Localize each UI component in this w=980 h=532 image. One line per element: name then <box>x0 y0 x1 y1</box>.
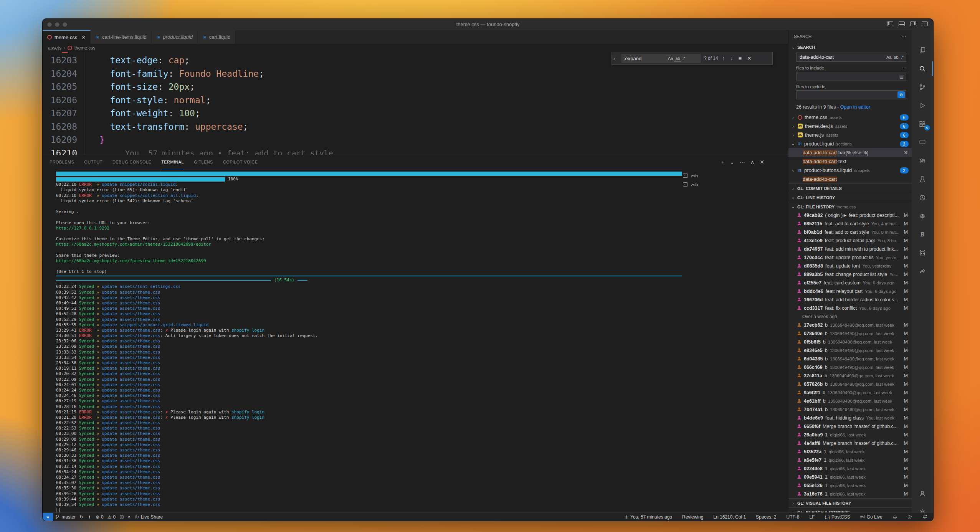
commit-row[interactable]: 413e1e9feat: product detail pageYou, 8 h… <box>788 236 912 245</box>
commit-row[interactable]: b4de6e9feat: hidding classYou, last week… <box>788 414 912 422</box>
commit-row[interactable]: d0835d8feat: update fontYou, yesterdayM <box>788 262 912 270</box>
bito-icon[interactable]: B <box>912 225 933 244</box>
tab-product-liquid[interactable]: ≋product.liquid <box>152 30 198 44</box>
toggle-secondary-sidebar-icon[interactable] <box>910 21 916 26</box>
commit-row[interactable]: e8346e5b1306949490@qq.com, last weekM <box>788 346 912 355</box>
close-tab-icon[interactable]: ✕ <box>81 35 86 40</box>
commit-row[interactable]: 0f5b6f5b1306949490@qq.com, last weekM <box>788 338 912 346</box>
files-to-include-input[interactable] <box>799 73 898 79</box>
terminal-profile-chevron-icon[interactable]: ⌄ <box>730 159 734 165</box>
panel-tab-terminal[interactable]: TERMINAL <box>161 155 184 169</box>
search-result-file-row[interactable]: ›JStheme.dev.jsassets6 <box>788 122 912 131</box>
copilot-status-item[interactable] <box>891 513 899 521</box>
toggle-replace-chevron-icon[interactable]: › <box>613 55 618 61</box>
whole-word-button[interactable]: ab <box>892 55 899 60</box>
branch-status-item[interactable]: master <box>53 513 78 521</box>
chevrons-status-item[interactable]: » <box>126 513 132 521</box>
remote-explorer-icon[interactable] <box>912 133 933 152</box>
terminal-tab-zsh[interactable]: ›zsh <box>680 180 783 189</box>
sidebar-more-actions-icon[interactable]: ⋯ <box>901 34 906 40</box>
broadcast-status-item[interactable]: Go Live <box>858 513 884 521</box>
toggle-panel-icon[interactable] <box>899 21 905 26</box>
search-match-row[interactable]: data-add-to-cart-bar{% else %}✕ <box>788 148 912 157</box>
brace-status-item[interactable]: {..}PostCSS <box>823 513 852 521</box>
status-status-item[interactable]: Ln 16210, Col 1 <box>711 513 748 521</box>
source-control-icon[interactable] <box>912 78 933 96</box>
remote-status-item[interactable]: » <box>43 513 53 521</box>
sync-status-item[interactable]: ↻ <box>78 513 85 521</box>
commit-row[interactable]: 889a3b5feat: change product list styleYo… <box>788 270 912 279</box>
panel-more-actions-icon[interactable]: ⋯ <box>740 159 745 165</box>
tab-cart-liquid[interactable]: ≋cart.liquid <box>198 30 236 44</box>
tab-cart-line-items-liquid[interactable]: ≋cart-line-items.liquid <box>91 30 152 44</box>
commit-row[interactable]: 078640eb1306949490@qq.com, last weekM <box>788 329 912 338</box>
find-next-button[interactable]: ↓ <box>729 55 734 61</box>
copilot-icon[interactable] <box>912 244 933 262</box>
search-icon[interactable] <box>912 59 933 78</box>
section-header-gl-visual-file-history[interactable]: ›GL: VISUAL FILE HISTORY <box>788 498 912 507</box>
find-input[interactable] <box>623 55 667 62</box>
search-result-file-row[interactable]: ⌄≋product-buttons.liquidsnippets2 <box>788 166 912 175</box>
panel-tab-debug-console[interactable]: DEBUG CONSOLE <box>112 155 151 169</box>
status-status-item[interactable]: LF <box>807 513 816 521</box>
run-debug-icon[interactable] <box>912 96 933 115</box>
dismiss-match-icon[interactable]: ✕ <box>904 150 908 155</box>
status-status-item[interactable]: Reviewing <box>680 513 705 521</box>
customize-layout-icon[interactable] <box>922 21 928 26</box>
regex-button[interactable]: .* <box>900 55 905 60</box>
open-in-editor-link[interactable]: Open in editor <box>840 104 871 110</box>
panel-tab-gitlens[interactable]: GITLENS <box>194 155 213 169</box>
commit-row[interactable]: 657626bb1306949490@qq.com, last weekM <box>788 380 912 388</box>
commit-row[interactable]: 6d04385b1306949490@qq.com, last weekM <box>788 355 912 363</box>
terminal-tab-zsh[interactable]: ›zsh <box>680 171 783 180</box>
kubernetes-icon[interactable]: ☸ <box>912 207 933 225</box>
section-header-gl-line-history[interactable]: ›GL: LINE HISTORY <box>788 193 912 202</box>
terminal[interactable]: 100%00:22:10 ERROR » update snippets/soc… <box>56 171 682 513</box>
testing-icon[interactable] <box>912 170 933 188</box>
commit-row[interactable]: 9a6f2f1b1306949490@qq.com, last weekM <box>788 388 912 397</box>
explorer-icon[interactable] <box>912 41 933 59</box>
find-previous-button[interactable]: ↑ <box>721 55 726 61</box>
commit-row[interactable]: da74957feat: add min with to product lin… <box>788 245 912 253</box>
error-status-item[interactable]: ⊗0 <box>94 513 106 521</box>
files-to-exclude-input[interactable] <box>799 92 897 98</box>
commit-row[interactable]: 4a4aff8Merge branch 'master' of github.c… <box>788 439 912 448</box>
live-share-icon[interactable] <box>912 152 933 170</box>
breadcrumb-item[interactable]: theme.css <box>74 45 96 51</box>
warning-status-item[interactable]: ⚠0 <box>106 513 117 521</box>
new-terminal-icon[interactable]: + <box>721 159 724 165</box>
commit-row[interactable]: 4e61bffb1306949490@qq.com, last weekM <box>788 397 912 405</box>
section-header-gl-commit-details[interactable]: ›GL: COMMIT DETAILS <box>788 183 912 193</box>
toggle-primary-sidebar-icon[interactable] <box>887 21 893 26</box>
panel-tab-copilot-voice[interactable]: COPILOT VOICE <box>223 155 258 169</box>
commit-row[interactable]: 37c811ab1306949490@qq.com, last weekM <box>788 372 912 380</box>
bell-status-item[interactable] <box>921 513 929 521</box>
commit-graph-status-item[interactable] <box>85 513 94 521</box>
live-share-status-item[interactable]: Live Share <box>132 513 165 521</box>
search-input[interactable] <box>799 54 885 60</box>
status-status-item[interactable]: Spaces: 2 <box>754 513 778 521</box>
commit-row[interactable]: 09e59411qiqizi66, last weekM <box>788 473 912 481</box>
commit-row[interactable]: 3a16c761qiqizi66, last weekM <box>788 490 912 498</box>
commit-row[interactable]: 055e1261qiqizi66, last weekM <box>788 481 912 490</box>
search-view-header[interactable]: ⌄ SEARCH <box>788 43 912 52</box>
panel-tab-problems[interactable]: PROBLEMS <box>50 155 74 169</box>
search-result-file-row[interactable]: ⌄≋product.liquidsections2 <box>788 139 912 148</box>
commit-row[interactable]: 17ecb62b1306949490@qq.com, last weekM <box>788 321 912 329</box>
status-status-item[interactable]: UTF-8 <box>784 513 801 521</box>
match-case-button[interactable]: Aa <box>667 56 674 61</box>
accounts-icon[interactable] <box>912 484 933 503</box>
search-match-row[interactable]: data-add-to-cart-text <box>788 157 912 166</box>
commit-row[interactable]: 6852115feat: add to cart styleYou, 4 min… <box>788 220 912 228</box>
close-find-button[interactable]: ✕ <box>746 55 753 61</box>
search-result-file-row[interactable]: ›JStheme.jsassets6 <box>788 131 912 139</box>
commit-row[interactable]: 6650f6fMerge branch 'master' of github.c… <box>788 422 912 431</box>
commit-row[interactable]: bf0ab1dfeat: add to cart styleYou, 8 min… <box>788 228 912 236</box>
code-editor[interactable]: 16203 text-edge: cap;16204 font-family: … <box>43 52 788 155</box>
commit-row[interactable]: 02249e81qiqizi66, last weekM <box>788 464 912 473</box>
match-case-button[interactable]: Aa <box>885 55 892 60</box>
commit-row[interactable]: bddc4e6feat: relayout cartYou, 6 days ag… <box>788 287 912 296</box>
commit-row[interactable]: ccd3317feat: fix conflictYou, 6 days ago… <box>788 304 912 312</box>
commit-row[interactable]: 7b474a1b1306949490@qq.com, last weekM <box>788 405 912 414</box>
commit-status-item[interactable]: You, 57 minutes ago <box>622 513 674 521</box>
